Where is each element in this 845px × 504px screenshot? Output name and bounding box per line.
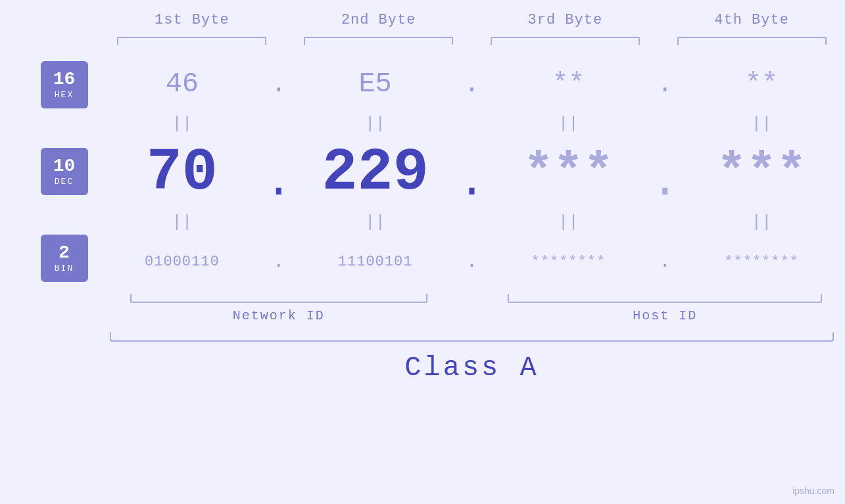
hex-b2-cell: E5 (292, 68, 459, 100)
sep-row-1: || || || || (99, 114, 845, 133)
sep-pipe-2-1: || (172, 214, 192, 231)
hex-b4: ** (745, 68, 778, 100)
bin-b1: 01000110 (145, 254, 220, 270)
bracket-cell-1 (99, 34, 285, 48)
top-bracket-2 (304, 37, 453, 45)
sep-row-2: || || || || (99, 212, 845, 232)
class-label-row: Class A (99, 352, 845, 384)
sep-2-4: || (678, 214, 845, 231)
dec-b3-cell: *** (485, 145, 652, 201)
bin-badge-num: 2 (59, 243, 70, 263)
sep-2-1: || (99, 214, 266, 231)
top-bracket-row (0, 34, 845, 48)
hex-b1-cell: 46 (99, 68, 266, 100)
sep-1-2: || (292, 115, 459, 132)
bin-b3: ******** (531, 254, 606, 270)
sep-1-1: || (99, 115, 266, 132)
top-bracket-4 (677, 37, 827, 45)
bin-b2: 11100101 (338, 254, 413, 270)
hex-badge-label: HEX (55, 90, 74, 100)
dec-b3: *** (523, 145, 614, 201)
network-id-label: Network ID (233, 308, 325, 323)
top-bracket-1 (117, 37, 266, 45)
dec-badge: 10 DEC (41, 148, 88, 195)
bin-dot-2: . (459, 252, 485, 272)
class-label: Class A (404, 352, 539, 384)
bottom-bracket-row (99, 294, 845, 303)
dec-dot-1: . (266, 140, 292, 206)
sep-2-3: || (485, 214, 652, 231)
hex-b4-cell: ** (678, 68, 845, 100)
base-badges-col: 16 HEX 10 DEC 2 BIN (0, 48, 99, 282)
id-labels-row: Network ID Host ID (99, 308, 845, 323)
byte-header-2: 2nd Byte (285, 12, 472, 28)
main-container: 1st Byte 2nd Byte 3rd Byte 4th Byte 16 H… (0, 0, 845, 504)
top-bracket-3 (491, 37, 640, 45)
sep-1-4: || (678, 115, 845, 132)
outer-bottom-bracket (110, 332, 834, 342)
hex-dot-2: . (459, 70, 485, 99)
hex-badge-num: 16 (53, 70, 76, 90)
bin-b4-cell: ******** (678, 254, 845, 270)
host-bottom-bracket (508, 294, 822, 303)
hex-row: 46 . E5 . ** . ** (99, 55, 845, 114)
dec-b4-cell: *** (678, 145, 845, 201)
dec-b1-cell: 70 (99, 139, 266, 206)
hex-b2: E5 (358, 68, 391, 100)
hex-badge: 16 HEX (41, 61, 88, 108)
hex-b1: 46 (166, 68, 199, 100)
bracket-cell-4 (658, 34, 845, 48)
dec-b4: *** (717, 145, 807, 201)
hex-b3: ** (552, 68, 585, 100)
values-grid: 46 . E5 . ** . ** (99, 48, 845, 384)
bin-dot-3: . (652, 252, 678, 272)
bin-dot-1: . (266, 252, 292, 272)
bin-b2-cell: 11100101 (292, 254, 459, 270)
sep-pipe-1-4: || (752, 115, 772, 132)
bin-badge: 2 BIN (41, 235, 88, 282)
dec-badge-label: DEC (55, 177, 74, 187)
dec-dot-2: . (459, 140, 485, 206)
sep-pipe-2-2: || (365, 214, 385, 231)
dec-row: 70 . 229 . *** . *** (99, 133, 845, 212)
host-bracket-wrap (485, 294, 846, 303)
byte-headers-row: 1st Byte 2nd Byte 3rd Byte 4th Byte (0, 12, 845, 28)
main-area: 16 HEX 10 DEC 2 BIN 46 . (0, 48, 845, 504)
sep-pipe-1-1: || (172, 115, 192, 132)
bin-badge-label: BIN (55, 263, 74, 273)
bracket-cell-2 (285, 34, 472, 48)
byte-header-3: 3rd Byte (472, 12, 659, 28)
dec-b2: 229 (322, 139, 429, 206)
network-id-label-cell: Network ID (99, 308, 459, 323)
byte-header-4: 4th Byte (658, 12, 845, 28)
network-bottom-bracket (130, 294, 427, 303)
bin-b3-cell: ******** (485, 254, 652, 270)
sep-pipe-2-3: || (558, 214, 579, 231)
network-bracket-wrap (99, 294, 459, 303)
dec-b1: 70 (147, 139, 218, 206)
hex-b3-cell: ** (485, 68, 652, 100)
dec-dot-3: . (652, 140, 678, 206)
bracket-cell-3 (472, 34, 659, 48)
host-id-label-cell: Host ID (485, 308, 846, 323)
hex-dot-3: . (652, 70, 678, 99)
bin-row: 01000110 . 11100101 . ******** . (99, 232, 845, 291)
bin-b4: ******** (724, 254, 799, 270)
host-id-label: Host ID (633, 308, 697, 323)
watermark: ipshu.com (792, 486, 834, 496)
dec-badge-num: 10 (53, 156, 76, 177)
sep-1-3: || (485, 115, 652, 132)
sep-2-2: || (292, 214, 459, 231)
sep-pipe-1-3: || (558, 115, 579, 132)
sep-pipe-2-4: || (752, 214, 772, 231)
bin-b1-cell: 01000110 (99, 254, 266, 270)
hex-dot-1: . (266, 70, 292, 99)
byte-header-1: 1st Byte (99, 12, 285, 28)
sep-pipe-1-2: || (365, 115, 385, 132)
dec-b2-cell: 229 (292, 139, 459, 206)
